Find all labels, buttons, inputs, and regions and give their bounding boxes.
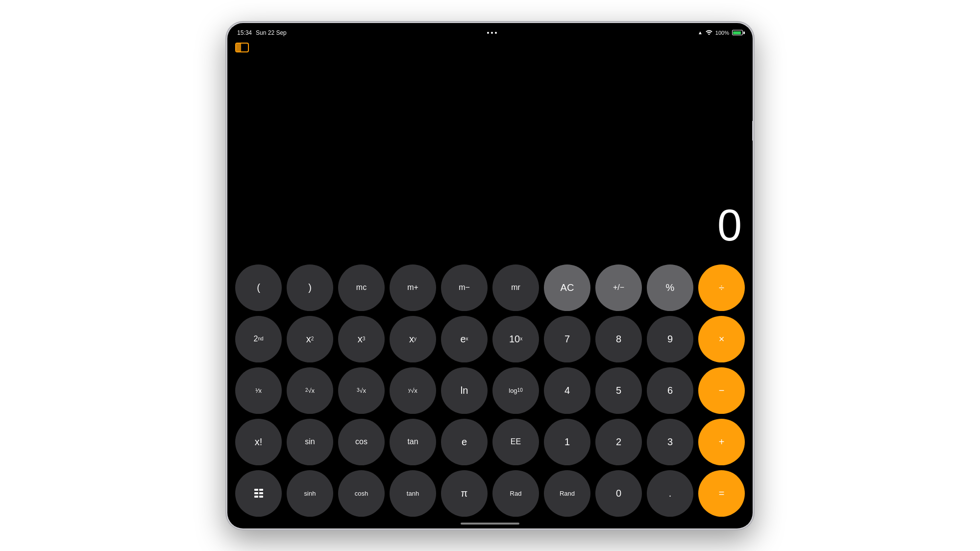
- sqrt3-button[interactable]: 3√x: [338, 367, 385, 414]
- 4-button[interactable]: 4: [544, 367, 590, 414]
- 8-button[interactable]: 8: [595, 316, 642, 362]
- 9-button[interactable]: 9: [647, 316, 693, 362]
- plus-minus-button[interactable]: +/−: [595, 264, 642, 311]
- log10-button[interactable]: log10: [492, 367, 539, 414]
- 2-button[interactable]: 2: [595, 419, 642, 465]
- sidebar-toggle-button[interactable]: [235, 43, 249, 52]
- sqrty-button[interactable]: y√x: [390, 367, 436, 414]
- svg-rect-2: [254, 492, 258, 494]
- display-value: 0: [717, 200, 741, 251]
- sidebar-toggle-left: [236, 44, 241, 51]
- one-over-x-button[interactable]: ¹⁄x: [235, 367, 282, 414]
- ipad-screen: 15:34 Sun 22 Sep ▲ 100%: [227, 23, 753, 528]
- svg-rect-0: [254, 489, 258, 491]
- ac-button[interactable]: AC: [544, 264, 590, 311]
- 10-to-x-button[interactable]: 10x: [492, 316, 539, 362]
- 1-button[interactable]: 1: [544, 419, 590, 465]
- dot2: [491, 32, 493, 34]
- tan-button[interactable]: tan: [390, 419, 436, 465]
- time-display: 15:34: [237, 29, 252, 36]
- minus-button[interactable]: −: [698, 367, 745, 414]
- signal-icon: ▲: [698, 30, 703, 35]
- cosh-button[interactable]: cosh: [338, 470, 385, 517]
- tanh-button[interactable]: tanh: [390, 470, 436, 517]
- pi-button[interactable]: π: [441, 470, 488, 517]
- status-left: 15:34 Sun 22 Sep: [237, 29, 287, 36]
- 7-button[interactable]: 7: [544, 316, 590, 362]
- rand-button[interactable]: Rand: [544, 470, 590, 517]
- sinh-button[interactable]: sinh: [287, 470, 333, 517]
- sin-button[interactable]: sin: [287, 419, 333, 465]
- button-grid: ( ) mc m+ m− mr AC +/− % ÷ 2nd x2 x3 xy …: [235, 264, 745, 517]
- calculator-keypad: ( ) mc m+ m− mr AC +/− % ÷ 2nd x2 x3 xy …: [227, 261, 753, 528]
- rad-button[interactable]: Rad: [492, 470, 539, 517]
- equals-button[interactable]: =: [698, 470, 745, 517]
- side-button: [752, 121, 753, 141]
- battery-icon: [732, 30, 743, 35]
- 3-button[interactable]: 3: [647, 419, 693, 465]
- divide-button[interactable]: ÷: [698, 264, 745, 311]
- m-plus-button[interactable]: m+: [390, 264, 436, 311]
- battery-body: [732, 30, 743, 35]
- ee-button[interactable]: EE: [492, 419, 539, 465]
- plus-button[interactable]: +: [698, 419, 745, 465]
- wifi-icon: [706, 29, 712, 36]
- open-paren-button[interactable]: (: [235, 264, 282, 311]
- percent-button[interactable]: %: [647, 264, 693, 311]
- calc-grid-button[interactable]: [235, 470, 282, 517]
- 2nd-button[interactable]: 2nd: [235, 316, 282, 362]
- mc-button[interactable]: mc: [338, 264, 385, 311]
- dot1: [487, 32, 489, 34]
- 5-button[interactable]: 5: [595, 367, 642, 414]
- battery-fill: [733, 31, 740, 34]
- sqrt2-button[interactable]: 2√x: [287, 367, 333, 414]
- e-button[interactable]: e: [441, 419, 488, 465]
- mr-button[interactable]: mr: [492, 264, 539, 311]
- factorial-button[interactable]: x!: [235, 419, 282, 465]
- status-bar: 15:34 Sun 22 Sep ▲ 100%: [227, 23, 753, 41]
- svg-rect-4: [254, 496, 258, 498]
- battery-percent: 100%: [715, 30, 729, 36]
- dot3: [495, 32, 497, 34]
- top-bar: [227, 41, 753, 56]
- svg-rect-3: [259, 492, 263, 494]
- m-minus-button[interactable]: m−: [441, 264, 488, 311]
- multiply-button[interactable]: ×: [698, 316, 745, 362]
- date-display: Sun 22 Sep: [256, 29, 287, 36]
- decimal-button[interactable]: .: [647, 470, 693, 517]
- 0-button[interactable]: 0: [595, 470, 642, 517]
- e-to-x-button[interactable]: ex: [441, 316, 488, 362]
- calculator-display: 0: [227, 56, 753, 261]
- svg-rect-5: [259, 496, 263, 498]
- ipad-frame: 15:34 Sun 22 Sep ▲ 100%: [225, 21, 755, 530]
- svg-rect-1: [259, 489, 263, 491]
- status-center: [487, 32, 497, 34]
- cos-button[interactable]: cos: [338, 419, 385, 465]
- home-indicator: [461, 523, 519, 525]
- x-squared-button[interactable]: x2: [287, 316, 333, 362]
- 6-button[interactable]: 6: [647, 367, 693, 414]
- ln-button[interactable]: ln: [441, 367, 488, 414]
- x-to-y-button[interactable]: xy: [390, 316, 436, 362]
- x-cubed-button[interactable]: x3: [338, 316, 385, 362]
- status-right: ▲ 100%: [698, 29, 743, 36]
- close-paren-button[interactable]: ): [287, 264, 333, 311]
